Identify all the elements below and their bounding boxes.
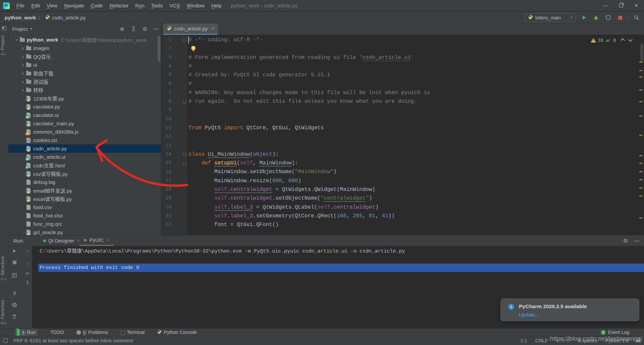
tree-row[interactable]: ›images [8,44,161,52]
tree-row[interactable]: Hcsdn文章.html [8,161,161,169]
chevron-icon[interactable]: › [20,70,26,76]
run-config-combo[interactable]: lottery_main ▼ [525,13,576,22]
notification-update-link[interactable]: Update... [519,312,539,318]
menu-view[interactable]: View [43,0,61,11]
chevron-icon[interactable]: › [20,54,26,60]
tree-row[interactable]: Qtcsdn_article.ui [8,153,161,161]
soft-wrap-icon[interactable]: ↩ [24,270,31,276]
tree-row[interactable]: gcl_oracle.py [8,228,161,235]
status-segment[interactable]: CRLF [535,338,548,343]
menu-vcs[interactable]: VCS [166,0,183,11]
menu-refactor[interactable]: Refactor [106,0,132,11]
tree-row[interactable]: ›ui [8,61,161,69]
tab-close-icon[interactable]: ✕ [211,26,214,31]
breadcrumb-project[interactable]: python_work [5,15,36,20]
tree-row[interactable]: caculator_main.py [8,119,161,128]
warning-stripe-mark[interactable] [639,116,642,117]
stop-button[interactable] [616,14,624,22]
warning-stripe-mark[interactable] [639,188,642,189]
scroll-end-icon[interactable]: ↧ [24,280,31,286]
tool-window-button-todo[interactable]: TODO [46,329,66,336]
warning-stripe-mark[interactable] [639,217,642,218]
run-tab-pyuic[interactable]: PyUIC✕ [79,235,114,246]
chevron-icon[interactable]: › [20,62,26,68]
warning-stripe-mark[interactable] [639,171,642,172]
warning-stripe-mark[interactable] [639,135,642,136]
prev-problem-icon[interactable] [621,38,625,43]
menu-code[interactable]: Code [88,0,106,11]
tab-csdn-article[interactable]: csdn_article.py ✕ [163,23,218,35]
next-problem-icon[interactable] [628,38,633,42]
tree-row[interactable]: JScommon_d9439fa.js [8,128,161,136]
chevron-icon[interactable]: › [14,37,20,43]
close-icon[interactable]: ✕ [106,238,109,243]
debug-button[interactable] [592,14,600,22]
warning-stripe-mark[interactable] [639,196,642,197]
sidebar-item-favorites[interactable]: 2: Favorites [0,299,8,326]
up-stack-icon[interactable]: ↑ [24,248,31,254]
minimize-icon[interactable]: — [598,0,613,11]
run-tab-qt-designer[interactable]: Qt Designer✕ [39,235,85,246]
code-content[interactable]: # -*- coding: utf-8 -*-# Form implementa… [189,36,430,229]
menu-navigate[interactable]: Navigate [61,0,87,11]
warning-stripe-mark[interactable] [639,179,642,180]
tree-row[interactable]: caculator.py [8,102,161,111]
run-button[interactable] [580,14,588,22]
fold-marker-icon[interactable] [183,161,186,165]
restore-layout-icon[interactable] [11,272,17,278]
warning-stripe-mark[interactable] [639,89,642,90]
locate-file-icon[interactable]: ⊕ [119,26,125,32]
menu-window[interactable]: Window [183,0,208,11]
pin-icon[interactable] [11,291,17,297]
tree-row[interactable]: 12306车票.py [8,94,161,102]
close-icon[interactable]: ✕ [629,0,644,11]
status-segment[interactable]: 1:1 [520,338,527,343]
tool-window-button-4-run[interactable]: 4: Run [15,329,38,336]
warning-stripe-mark[interactable] [639,70,642,71]
menu-file[interactable]: File [13,0,28,11]
fold-marker-icon[interactable] [183,99,186,104]
passed-count[interactable]: 8 [613,38,616,43]
tool-window-button-python-console[interactable]: Python Console [155,329,199,336]
sidebar-item-project[interactable]: 1: Project [0,32,8,59]
menu-edit[interactable]: Edit [28,0,43,11]
tree-row[interactable]: Qtcaculator.ui [8,111,161,119]
rerun-icon[interactable] [11,248,17,254]
menu-run[interactable]: Run [132,0,148,11]
clear-icon[interactable] [11,314,17,320]
event-log-button[interactable]: 1 Event Log [601,330,629,335]
tool-window-button-terminal[interactable]: >_Terminal [119,329,147,336]
collapse-all-icon[interactable] [130,26,137,32]
tree-row[interactable]: ?debug.log [8,178,161,186]
fold-marker-icon[interactable] [183,152,186,156]
chevron-icon[interactable]: › [20,45,26,51]
warning-count[interactable]: 16 [598,38,603,43]
stop-icon[interactable] [11,259,17,265]
tree-row[interactable]: food.csv [8,203,161,211]
menu-tools[interactable]: Tools [148,0,166,11]
hide-panel-icon[interactable]: — [153,26,159,32]
run-with-coverage-button[interactable] [604,14,612,22]
editor-scrollbar[interactable] [640,44,643,62]
project-panel-title[interactable]: Project [12,26,28,32]
down-stack-icon[interactable]: ↓ [24,259,31,265]
fold-marker-icon[interactable] [183,38,186,42]
maximize-icon[interactable] [613,0,629,11]
tree-row[interactable]: csdn_article.py [8,144,161,153]
warning-stripe-mark[interactable] [639,163,642,164]
print-icon[interactable] [11,302,17,308]
warning-stripe-mark[interactable] [639,76,642,77]
tree-row[interactable]: email邮件发送.py [8,186,161,195]
menu-help[interactable]: Help [208,0,225,11]
tool-window-button-6-problems[interactable]: !6: Problems [74,329,110,336]
tree-row[interactable]: ›测试版 [8,77,161,86]
breadcrumb-file[interactable]: csdn_article.py [52,15,86,20]
warning-stripe-mark[interactable] [639,101,642,102]
tree-row[interactable]: func_img.qrc [8,220,161,228]
tree-row[interactable]: ›python_workC:\Users\章魏康\Desktop\python_… [8,36,161,44]
tree-row[interactable]: cookies.txt [8,136,161,144]
tree-row[interactable]: ›歌曲下载 [8,69,161,77]
chevron-icon[interactable]: › [20,87,26,93]
project-scrollbar[interactable] [158,36,160,62]
tree-row[interactable]: ›QQ音乐 [8,52,161,61]
